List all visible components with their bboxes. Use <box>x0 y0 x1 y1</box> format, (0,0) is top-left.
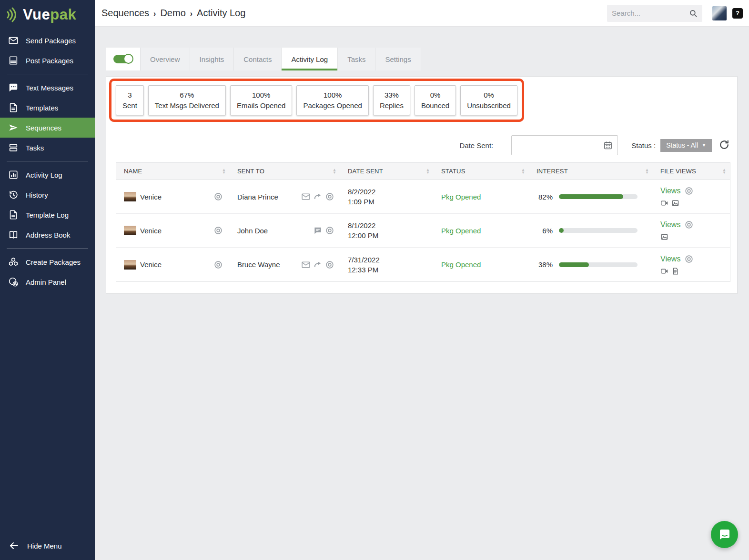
breadcrumb-item-activity-log[interactable]: Activity Log <box>197 8 245 19</box>
sidebar-item-sequences[interactable]: Sequences <box>0 118 95 138</box>
views-link[interactable]: Views <box>660 254 726 264</box>
search-icon[interactable] <box>689 9 698 18</box>
column-header-status[interactable]: STATUS▲▼ <box>434 163 529 180</box>
help-button[interactable]: ? <box>732 8 743 19</box>
breadcrumb-item-sequences[interactable]: Sequences <box>101 8 149 19</box>
column-header-file-views[interactable]: FILE VIEWS▲▼ <box>653 163 730 180</box>
hide-menu-label: Hide Menu <box>27 542 62 550</box>
sidebar-item-activity-log[interactable]: Activity Log <box>0 165 95 185</box>
sidebar-item-label: Template Log <box>26 211 69 219</box>
stat-card-text-msgs-delivered: 67%Text Msgs Delivered <box>148 85 226 115</box>
tab-overview[interactable]: Overview <box>141 48 190 70</box>
stat-card-bounced: 0%Bounced <box>415 85 456 115</box>
preview-eye-icon[interactable] <box>213 226 223 235</box>
status-label: Status : <box>631 141 656 150</box>
envelope-icon[interactable] <box>301 260 311 270</box>
column-header-name[interactable]: NAME▲▼ <box>116 163 230 180</box>
breadcrumb-item-demo[interactable]: Demo <box>160 8 185 19</box>
sidebar: Vuepak Send PackagesPost PackagesText Me… <box>0 0 95 560</box>
video-icon[interactable] <box>660 267 668 275</box>
soundwave-icon <box>5 5 21 24</box>
tab-settings[interactable]: Settings <box>375 48 421 70</box>
envelope-icon[interactable] <box>301 192 311 201</box>
video-icon[interactable] <box>660 199 668 207</box>
preview-eye-icon[interactable] <box>213 260 223 270</box>
date-sent-date: 7/31/2022 <box>348 255 430 265</box>
sidebar-item-history[interactable]: History <box>0 185 95 205</box>
column-header-sent-to[interactable]: SENT TO▲▼ <box>230 163 340 180</box>
column-header-interest[interactable]: INTEREST▲▼ <box>529 163 653 180</box>
tab-insights[interactable]: Insights <box>190 48 234 70</box>
sidebar-item-templates[interactable]: Templates <box>0 98 95 118</box>
date-sent-input[interactable] <box>516 141 603 149</box>
file-type-icons <box>660 233 726 241</box>
sidebar-item-post-packages[interactable]: Post Packages <box>0 50 95 70</box>
tab-contacts[interactable]: Contacts <box>234 48 282 70</box>
sort-arrows-icon[interactable]: ▲▼ <box>333 169 336 174</box>
brand-name-b: pak <box>50 6 76 23</box>
chat-widget-button[interactable] <box>711 521 738 548</box>
tab-bar: OverviewInsightsContactsActivity LogTask… <box>106 48 738 70</box>
date-sent-date: 8/2/2022 <box>348 187 430 197</box>
stat-value: 0% <box>421 91 449 99</box>
package-thumbnail[interactable] <box>124 226 136 235</box>
toggle-on-switch[interactable] <box>113 55 132 63</box>
status-filter-dropdown[interactable]: Status - All ▼ <box>660 139 712 152</box>
views-link[interactable]: Views <box>660 220 726 230</box>
plane-icon <box>8 122 19 133</box>
file-views-cell: Views <box>653 250 730 279</box>
views-label: Views <box>660 255 680 263</box>
sidebar-item-label: Text Messages <box>26 84 73 92</box>
sidebar-item-label: History <box>26 191 48 199</box>
eye-icon[interactable] <box>325 192 334 201</box>
forward-icon[interactable] <box>313 260 323 270</box>
brand-logo[interactable]: Vuepak <box>0 0 95 30</box>
views-link[interactable]: Views <box>660 186 726 196</box>
document-icon[interactable] <box>671 267 679 275</box>
stat-value: 100% <box>237 91 286 99</box>
sort-arrows-icon[interactable]: ▲▼ <box>722 169 726 174</box>
file-icon <box>8 210 19 220</box>
barchart-icon <box>8 170 19 180</box>
preview-eye-icon[interactable] <box>213 192 223 201</box>
forward-icon[interactable] <box>313 192 323 201</box>
sort-arrows-icon[interactable]: ▲▼ <box>222 169 226 174</box>
file-icon <box>8 102 19 113</box>
table-row: VeniceBruce Wayne7/31/202212:33 PMPkg Op… <box>116 248 730 281</box>
calendar-icon[interactable] <box>603 140 613 150</box>
tab-activity-log[interactable]: Activity Log <box>282 48 338 70</box>
package-name: Venice <box>140 260 162 269</box>
package-thumbnail[interactable] <box>124 192 136 201</box>
chat-icon[interactable] <box>313 226 323 235</box>
tab-tasks[interactable]: Tasks <box>338 48 375 70</box>
sidebar-item-tasks[interactable]: Tasks <box>0 138 95 158</box>
status-cell: Pkg Opened <box>434 223 529 239</box>
status-filter-value: Status - All <box>666 141 698 149</box>
table-row: VeniceDiana Prince8/2/20221:09 PMPkg Ope… <box>116 180 730 214</box>
sidebar-item-create-packages[interactable]: Create Packages <box>0 252 95 272</box>
sidebar-item-address-book[interactable]: Address Book <box>0 225 95 245</box>
sidebar-item-text-messages[interactable]: Text Messages <box>0 78 95 98</box>
user-avatar[interactable] <box>712 6 727 20</box>
image-icon[interactable] <box>671 199 679 207</box>
column-header-label: NAME <box>124 168 142 175</box>
sidebar-item-admin-panel[interactable]: Admin Panel <box>0 272 95 292</box>
eye-icon[interactable] <box>325 260 334 270</box>
date-sent-cell: 8/1/202212:00 PM <box>340 217 434 244</box>
sort-arrows-icon[interactable]: ▲▼ <box>645 169 649 174</box>
sidebar-item-template-log[interactable]: Template Log <box>0 205 95 225</box>
package-thumbnail[interactable] <box>124 260 136 270</box>
sent-to-cell: John Doe <box>230 222 340 239</box>
hide-menu-button[interactable]: Hide Menu <box>0 540 62 551</box>
image-icon[interactable] <box>660 233 668 241</box>
stat-value: 33% <box>380 91 404 99</box>
breadcrumb-separator-icon: › <box>190 10 192 18</box>
sidebar-item-send-packages[interactable]: Send Packages <box>0 30 95 50</box>
refresh-button[interactable] <box>719 140 730 151</box>
sequence-toggle-tab[interactable] <box>106 48 141 70</box>
search-input[interactable] <box>612 9 686 17</box>
column-header-date-sent[interactable]: DATE SENT▲▼ <box>340 163 434 180</box>
eye-icon[interactable] <box>325 226 334 235</box>
sort-arrows-icon[interactable]: ▲▼ <box>521 169 525 174</box>
sort-arrows-icon[interactable]: ▲▼ <box>426 169 430 174</box>
